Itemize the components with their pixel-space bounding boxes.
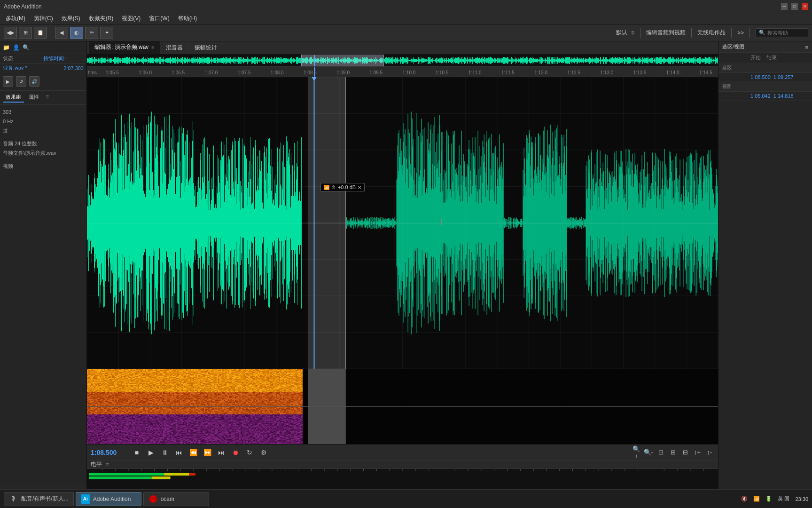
rewind-button[interactable]: ⏪ xyxy=(187,447,199,458)
menu-multitrack[interactable]: 多轨(M) xyxy=(2,14,29,24)
settings-transport-button[interactable]: ⚙ xyxy=(258,447,269,458)
close-button[interactable]: ✕ xyxy=(802,3,808,10)
record-button[interactable]: ⏺ xyxy=(230,447,241,458)
menu-clip[interactable]: 剪辑(C) xyxy=(30,14,57,24)
taskbar-tray-3[interactable]: 🔋 xyxy=(765,496,772,502)
ruler-label-10: 1:10.5 xyxy=(436,70,449,75)
tab-menu-icon[interactable]: ≡ xyxy=(44,93,51,103)
zoom-v-out-btn[interactable]: ↕- xyxy=(705,448,714,457)
menubar: 多轨(M) 剪辑(C) 效果(S) 收藏夹(R) 视图(V) 窗口(W) 帮助(… xyxy=(0,13,812,24)
overview-waveform xyxy=(87,55,718,66)
tab-properties[interactable]: 属性 xyxy=(26,93,42,103)
level-menu-icon[interactable]: ≡ xyxy=(106,461,109,468)
rp-view-start[interactable]: 1:05.042 xyxy=(750,93,771,99)
right-panel-menu[interactable]: ≡ xyxy=(805,44,808,50)
rp-selection-end[interactable]: 1:09.257 xyxy=(773,74,794,80)
loop-btn[interactable]: ↺ xyxy=(16,76,26,87)
toolbar-btn-2[interactable]: ⊞ xyxy=(19,27,32,39)
menu-window[interactable]: 窗口(W) xyxy=(145,14,173,24)
menu-help[interactable]: 帮助(H) xyxy=(174,14,201,24)
zoom-select-btn[interactable]: ⊞ xyxy=(668,448,678,457)
menu-favorites[interactable]: 收藏夹(R) xyxy=(85,14,117,24)
info-bit-depth: 音频 24 位整数 xyxy=(3,139,84,149)
toolbar-label-edit-video[interactable]: 编辑音频到视频 xyxy=(646,29,686,37)
minimize-button[interactable]: ─ xyxy=(781,3,788,10)
info-hz: 0 Hz xyxy=(3,117,84,127)
tab-editor[interactable]: 编辑器: 演示音频.wav ≡ xyxy=(89,41,160,54)
toolbar-btn-4[interactable]: ◀ xyxy=(55,27,68,39)
play-small-btn[interactable]: ▶ xyxy=(3,76,13,87)
zoom-all-btn[interactable]: ⊟ xyxy=(680,448,690,457)
taskbar-item-config[interactable]: 🎙 配音/有声书/新人... xyxy=(4,492,74,506)
toolbar-label-radio[interactable]: 无线电作品 xyxy=(697,29,726,37)
play-button[interactable]: ▶ xyxy=(145,447,156,458)
tab-amplitude[interactable]: 振幅统计 xyxy=(189,42,223,54)
ruler-label-5: 1:08.0 xyxy=(271,70,284,75)
right-panel-view-row: 1:05.042 1:14.818 xyxy=(718,92,812,101)
toolbar-separator-1 xyxy=(51,28,51,38)
ruler-label-7: 1:09.0 xyxy=(336,70,350,75)
taskbar-item-ocam[interactable]: ocam xyxy=(143,492,209,506)
toolbar-right: 默认 ≡ 编辑音频到视频 无线电作品 >> 🔍 xyxy=(616,28,808,38)
overview-viewport xyxy=(302,55,384,66)
zoom-in-btn[interactable]: 🔍+ xyxy=(632,448,641,457)
tab-effects-group[interactable]: 效果组 xyxy=(3,93,24,103)
stop-button[interactable]: ■ xyxy=(131,447,142,458)
db-tooltip: 📶 ⏱ +0.0 dB ✕ xyxy=(320,183,365,191)
toolbar-btn-3[interactable]: 📋 xyxy=(34,27,47,39)
ruler-label-15: 1:13.0 xyxy=(601,70,614,75)
maximize-button[interactable]: □ xyxy=(791,3,798,10)
rp-selection-start[interactable]: 1:08.500 xyxy=(750,74,771,80)
toolbar-btn-5[interactable]: ◐ xyxy=(70,27,83,39)
zoom-fit-btn[interactable]: ⊡ xyxy=(656,448,665,457)
zoom-v-in-btn[interactable]: ↕+ xyxy=(693,448,702,457)
overview-bar[interactable] xyxy=(87,55,718,67)
editor-tab-label: 编辑器: 演示音频.wav xyxy=(94,43,148,51)
tab-mixer[interactable]: 混音器 xyxy=(160,42,189,54)
to-end-button[interactable]: ⏭ xyxy=(216,447,227,458)
loop-transport-button[interactable]: ↻ xyxy=(244,447,255,458)
taskbar-right: 🔇 📶 🔋 英 国 23:30 xyxy=(741,495,808,502)
right-panel-selection-section: 选区 xyxy=(718,63,812,73)
taskbar-item-audition[interactable]: Ai Adobe Audition xyxy=(76,492,141,506)
left-search-icon[interactable]: 🔍 xyxy=(23,44,30,51)
ruler-label-13: 1:12.0 xyxy=(534,70,547,75)
status-col-header: 状态 xyxy=(3,55,43,62)
toolbar-separator-4 xyxy=(731,28,732,38)
toolbar-separator-5 xyxy=(750,28,750,38)
toolbar-more[interactable]: >> xyxy=(737,30,744,36)
taskbar-tray-2[interactable]: 📶 xyxy=(753,496,760,502)
ruler-label-11: 1:11.0 xyxy=(468,70,482,75)
file-row[interactable]: 业务.wav * 2:07.303 xyxy=(0,64,86,72)
right-panel: 选区/视图 ≡ 开始 结束 选区 1:08.500 1:09.257 视图 1:… xyxy=(718,41,812,508)
left-panel-tabs: 效果组 属性 ≡ xyxy=(0,91,86,105)
taskbar-tray-1[interactable]: 🔇 xyxy=(741,496,748,502)
spectrogram-area[interactable] xyxy=(87,369,718,444)
toolbar-btn-1[interactable]: ◀▶ xyxy=(4,27,17,39)
to-start-button[interactable]: ⏮ xyxy=(173,447,185,458)
toolbar-label-default: 默认 xyxy=(616,29,627,37)
left-panel-info: 303 0 Hz 道 音频 24 位整数 音频文件\演示音频.wav xyxy=(0,105,86,161)
info-track: 道 xyxy=(3,127,84,136)
zoom-out-btn[interactable]: 🔍- xyxy=(644,448,653,457)
waveform-area[interactable]: 📶 ⏱ +0.0 dB ✕ I xyxy=(87,77,718,369)
left-panel-search: 📁 👤 🔍 xyxy=(0,41,86,54)
toolbar-btn-7[interactable]: ✦ xyxy=(100,27,113,39)
toolbar-btn-6[interactable]: ✏ xyxy=(85,27,98,39)
file-duration: 2:07.303 xyxy=(63,65,84,71)
rp-view-end[interactable]: 1:14.818 xyxy=(773,93,794,99)
volume-btn[interactable]: 🔊 xyxy=(29,76,39,87)
db-close-icon[interactable]: ✕ xyxy=(358,185,361,190)
search-input[interactable] xyxy=(767,30,805,36)
taskbar-clock: 23:30 xyxy=(795,496,808,502)
taskbar-lang[interactable]: 英 国 xyxy=(778,495,789,502)
duration-col-header[interactable]: 持续时间↑ xyxy=(43,55,84,62)
info-sample-rate: 303 xyxy=(3,108,84,117)
menu-effects[interactable]: 效果(S) xyxy=(58,14,84,24)
ruler-label-18: 1:14.5 xyxy=(699,70,712,75)
toolbar-menu-icon[interactable]: ≡ xyxy=(631,30,634,36)
tab-menu[interactable]: ≡ xyxy=(151,45,154,50)
menu-view[interactable]: 视图(V) xyxy=(118,14,144,24)
fast-forward-button[interactable]: ⏩ xyxy=(202,447,213,458)
pause-button[interactable]: ⏸ xyxy=(159,447,171,458)
